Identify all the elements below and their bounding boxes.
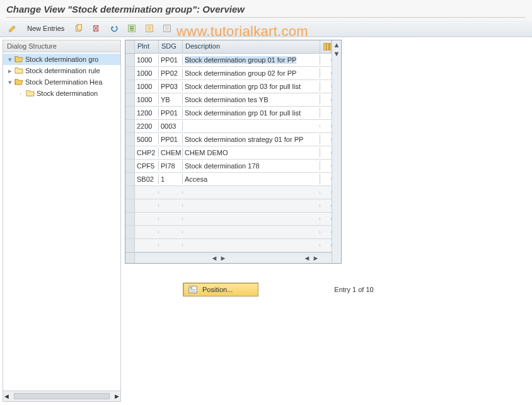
scroll-up-icon[interactable]: ▲ [332, 40, 341, 49]
cell-plnt[interactable]: 1000 [135, 81, 159, 91]
row-handle[interactable] [125, 54, 135, 66]
tree-node[interactable]: ▸Stock determination rule [3, 65, 120, 76]
cell-sdg[interactable]: PP01 [159, 134, 183, 144]
row-handle[interactable] [125, 173, 135, 185]
row-handle[interactable] [125, 226, 135, 238]
table-row[interactable]: CHP2CHEMCHEM DEMO [125, 146, 332, 160]
cell-desc[interactable]: Stock determination 178 [183, 161, 320, 171]
row-handle[interactable] [125, 93, 135, 106]
table-header: Plnt SDG Description [125, 40, 332, 54]
table-vscrollbar[interactable]: ▲ ▼ [332, 40, 341, 263]
row-handle[interactable] [125, 239, 135, 252]
cell-plnt[interactable]: 2200 [135, 121, 159, 131]
cell-sdg[interactable]: YB [159, 95, 183, 105]
cell-sdg[interactable]: PI78 [159, 161, 183, 171]
row-handle[interactable] [125, 107, 135, 119]
scroll-left-icon[interactable]: ◄ [210, 254, 219, 262]
cell-desc[interactable]: Stock determination tes YB [183, 95, 320, 105]
cell-desc[interactable]: Stock determination grp 03 for pull list [183, 81, 320, 91]
tree-node-label: Stock determination gro [25, 56, 98, 63]
cell-plnt[interactable]: 1200 [135, 108, 159, 118]
table-row[interactable]: 1200PP01Stock determination grp 01 for p… [125, 107, 332, 120]
cell-plnt[interactable]: 1000 [135, 55, 159, 65]
col-desc[interactable]: Description [183, 40, 320, 53]
cell-plnt[interactable]: 1000 [135, 68, 159, 78]
cell-desc[interactable] [183, 125, 320, 127]
table-row[interactable]: 1000PP02Stock determination group 02 for… [125, 67, 332, 80]
row-handle[interactable] [125, 199, 135, 212]
undo-icon [110, 24, 119, 33]
cell-desc[interactable]: Accesa [183, 174, 320, 184]
row-handle[interactable] [125, 186, 135, 199]
table-row[interactable]: 5000PP01Stock determination strategy 01 … [125, 133, 332, 146]
table-row-empty[interactable] [125, 199, 332, 213]
cell-desc[interactable]: Stock determination group 01 for PP [183, 55, 320, 65]
table-row[interactable]: 1000YBStock determination tes YB [125, 93, 332, 107]
row-handle[interactable] [125, 146, 135, 159]
new-entries-button[interactable]: New Entries [23, 23, 69, 34]
row-handle[interactable] [125, 160, 135, 172]
table-row[interactable]: CPF5PI78Stock determination 178 [125, 160, 332, 173]
table-row[interactable]: SB021Accesa [125, 173, 332, 186]
row-handle[interactable] [125, 80, 135, 93]
table-body: 1000PP01Stock determination group 01 for… [125, 54, 332, 252]
select-all-button[interactable] [124, 22, 139, 35]
cell-sdg[interactable]: PP01 [159, 55, 183, 65]
table-row-empty[interactable] [125, 213, 332, 226]
col-sdg[interactable]: SDG [159, 40, 183, 53]
row-handle[interactable] [125, 213, 135, 225]
cell-sdg[interactable]: PP03 [159, 81, 183, 91]
table-row-empty[interactable] [125, 186, 332, 199]
svg-rect-23 [190, 291, 196, 292]
cell-sdg[interactable]: PP02 [159, 68, 183, 78]
scroll-right-icon[interactable]: ► [311, 254, 320, 262]
deselect-all-button[interactable] [159, 22, 175, 35]
cell-sdg[interactable]: 0003 [159, 121, 183, 131]
cell-plnt[interactable]: 5000 [135, 134, 159, 144]
tree-node[interactable]: ▾Stock determination gro [3, 54, 120, 65]
table-row[interactable]: 22000003 [125, 120, 332, 133]
tree-node[interactable]: ▾Stock Determination Hea [3, 76, 120, 88]
cell-sdg[interactable]: PP01 [159, 108, 183, 118]
cell-plnt[interactable]: CHP2 [135, 148, 159, 158]
scroll-left-icon[interactable]: ◄ [303, 254, 311, 262]
cell-plnt[interactable]: SB02 [135, 174, 159, 184]
table-row-empty[interactable] [125, 239, 332, 252]
row-handle[interactable] [125, 133, 135, 146]
table-row-empty[interactable] [125, 226, 332, 239]
scroll-down-icon[interactable]: ▼ [332, 49, 341, 58]
table-row[interactable]: 1000PP03Stock determination grp 03 for p… [125, 80, 332, 93]
row-handle[interactable] [125, 67, 135, 79]
cell-desc[interactable]: Stock determination group 02 for PP [183, 68, 320, 78]
table-row[interactable]: 1000PP01Stock determination group 01 for… [125, 54, 332, 67]
tree-hscrollbar[interactable]: ◄ ► [3, 390, 120, 401]
table-grid: Plnt SDG Description 1000PP01Stock deter… [125, 40, 342, 264]
folder-open-icon [14, 78, 23, 86]
select-block-button[interactable] [142, 22, 157, 35]
tree-body: ▾Stock determination gro▸Stock determina… [3, 52, 120, 390]
cell-sdg[interactable]: 1 [159, 174, 183, 184]
folder-closed-icon [14, 66, 23, 75]
scroll-right-icon[interactable]: ► [219, 254, 228, 262]
delete-button[interactable] [89, 22, 104, 35]
scroll-track[interactable] [14, 393, 110, 399]
row-handle-header[interactable] [125, 40, 135, 53]
table-hscrollbar[interactable]: ◄ ► ◄ ► [125, 252, 332, 263]
svg-rect-14 [165, 26, 170, 28]
change-mode-button[interactable] [5, 22, 20, 35]
entry-counter: Entry 1 of 10 [334, 286, 373, 293]
cell-desc[interactable]: Stock determination grp 01 for pull list [183, 108, 320, 118]
copy-button[interactable] [71, 22, 86, 35]
col-plnt[interactable]: Plnt [135, 40, 159, 53]
select-all-icon [127, 24, 136, 33]
cell-plnt[interactable]: 1000 [135, 95, 159, 105]
cell-plnt[interactable]: CPF5 [135, 161, 159, 171]
configure-columns-button[interactable] [320, 40, 332, 53]
tree-node[interactable]: ·Stock determination [3, 88, 120, 99]
undo-button[interactable] [107, 22, 122, 35]
position-button[interactable]: Position... [183, 283, 258, 296]
cell-desc[interactable]: Stock determination strategy 01 for PP [183, 134, 320, 144]
cell-desc[interactable]: CHEM DEMO [183, 148, 320, 158]
cell-sdg[interactable]: CHEM [159, 148, 183, 158]
row-handle[interactable] [125, 120, 135, 132]
